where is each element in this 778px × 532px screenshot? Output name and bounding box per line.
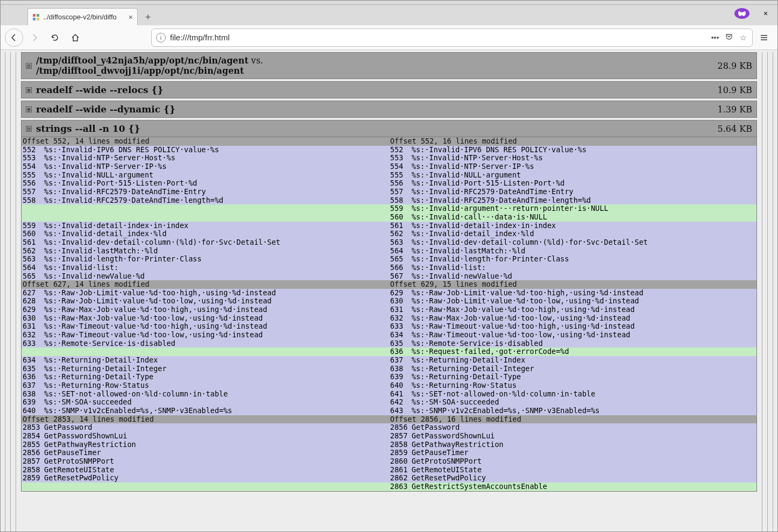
diff-file-size: 28.9 KB <box>718 61 752 71</box>
nav-forward-button[interactable] <box>25 29 44 47</box>
collapse-icon[interactable]: ⊟ <box>26 126 32 132</box>
diff-line-left: 639%s:·SM·SOA·succeeded <box>22 398 389 407</box>
new-tab-button[interactable]: + <box>140 9 156 25</box>
hamburger-menu-button[interactable] <box>755 33 773 42</box>
diff-line-right: 559%s:·Invalid·argument·-·return·pointer… <box>389 204 756 213</box>
diff-line-right: 629%s:·Raw·Job·Limit·value·%d·too·high,·… <box>389 289 756 297</box>
svg-rect-1 <box>37 14 39 17</box>
pocket-icon[interactable] <box>724 33 734 42</box>
svg-rect-3 <box>37 18 39 20</box>
diff-line-right: 630%s:·Raw·Job·Limit·value·%d·too·low,·u… <box>389 297 756 306</box>
collapse-icon[interactable]: ⊟ <box>26 63 32 69</box>
diff-line-left: 558%s:·Invalid·RFC2579·DateAndTime·lengt… <box>22 196 389 205</box>
diff-line-left: 2858GetRemoteUIState <box>22 466 389 474</box>
diff-section-title: readelf --wide --dynamic {} <box>36 104 713 115</box>
diff-line-right: 566%s:·Invalid·list: <box>389 264 756 272</box>
diff-line-left: 638%s:·SET·not·allowed·on·%ld·column·in·… <box>22 390 389 399</box>
hunk-header-left: Offset 627, 14 lines modified <box>22 280 389 289</box>
diff-line-left: 627%s:·Raw·Job·Limit·value·%d·too·high,·… <box>22 289 389 297</box>
page-actions-icon[interactable]: ••• <box>710 33 720 42</box>
private-browsing-icon <box>734 8 749 19</box>
home-button[interactable] <box>66 29 84 47</box>
window-close-icon[interactable]: × <box>758 9 773 18</box>
diff-line-right: 553%s:·Invalid·NTP·Server·Host·%s <box>389 154 756 162</box>
svg-rect-0 <box>33 14 36 17</box>
diff-line-left <box>22 213 389 222</box>
diff-line-right: 552%s:·Invalid·IPV6_DNS_RES_POLICY·value… <box>389 146 756 154</box>
diff-line-left: 554%s:·Invalid·NTP·Server·IP·%s <box>22 162 389 171</box>
diff-line-right: 632%s:·Raw·Max·Job·value·%d·too·low,·usi… <box>389 314 756 323</box>
diff-line-left: 552%s:·Invalid·IPV6_DNS_RES_POLICY·value… <box>22 146 389 154</box>
diff-line-right: 2861GetRemoteUIState <box>389 466 756 474</box>
hunk-header-right: Offset 552, 16 lines modified <box>389 137 756 146</box>
diff-line-left: 2859GetResetPwdPolicy <box>22 474 389 483</box>
hunk-header-left: Offset 552, 14 lines modified <box>22 137 389 146</box>
browser-toolbar: i file:///tmp/frr.html ••• ☆ <box>1 25 777 50</box>
diff-line-left: 637%s:·Returning·Row·Status <box>22 381 389 390</box>
url-bar[interactable]: i file:///tmp/frr.html ••• ☆ <box>151 29 753 47</box>
diff-line-right: 560%s:·Invalid·call·-·data·is·NULL <box>389 213 756 222</box>
diff-section-size: 5.64 KB <box>718 124 752 134</box>
browser-tab[interactable]: ../diffoscope-v2/bin/diffo × <box>27 8 138 25</box>
diff-line-left: 564%s:·Invalid·list: <box>22 264 389 272</box>
window-controls: × <box>734 8 773 19</box>
diff-line-right: 641%s:·SET·not·allowed·on·%ld·column·in·… <box>389 390 756 399</box>
diff-line-left: 2853GetPassword <box>22 423 389 432</box>
bookmark-star-icon[interactable]: ☆ <box>738 33 748 42</box>
diff-line-right: 634%s:·Raw·Timeout·value·%d·too·low,·usi… <box>389 331 756 339</box>
tab-close-icon[interactable]: × <box>129 13 133 22</box>
diff-section-title: readelf --wide --relocs {} <box>36 84 713 95</box>
diff-line-right: 631%s:·Raw·Max·Job·value·%d·too·high,·us… <box>389 306 756 314</box>
diff-line-left: 636%s:·Returning·Detail·Type <box>22 373 389 381</box>
diff-line-right: 2856GetPassword <box>389 423 756 432</box>
diff-line-right: 561%s:·Invalid·detail·index·in·index <box>389 222 756 230</box>
hunk-header-right: Offset 629, 15 lines modified <box>389 280 756 289</box>
diff-line-right: 2862GetResetPwdPolicy <box>389 474 756 483</box>
expand-icon[interactable]: ⊞ <box>26 107 32 112</box>
diff-line-left: 565%s:·Invalid·newValue·%d <box>22 272 389 281</box>
diff-line-left: 2854GetPasswordShownLui <box>22 432 389 441</box>
diff-line-right: 633%s:·Raw·Timeout·value·%d·too·high,·us… <box>389 322 756 331</box>
diff-section-header[interactable]: ⊞readelf --wide --dynamic {}1.39 KB <box>21 101 757 118</box>
diff-line-left: 632%s:·Raw·Timeout·value·%d·too·low,·usi… <box>22 331 389 339</box>
diff-line-left <box>22 204 389 213</box>
diff-line-right: 2863GetRestrictSystemAccountsEnable <box>389 483 756 491</box>
diff-line-right: 2858GetPathwayRestriction <box>389 441 756 449</box>
diff-section-header[interactable]: ⊟strings --all -n 10 {}5.64 KB <box>21 120 757 137</box>
diff-line-left: 2856GetPauseTimer <box>22 449 389 457</box>
diff-line-right: 639%s:·Returning·Detail·Type <box>389 373 756 381</box>
browser-window: ../diffoscope-v2/bin/diffo × + × i file:… <box>0 0 778 532</box>
diff-sections: ⊞readelf --wide --relocs {}10.9 KB⊞reade… <box>21 81 757 492</box>
site-info-icon[interactable]: i <box>156 33 166 42</box>
diff-line-right: 554%s:·Invalid·NTP·Server·IP·%s <box>389 162 756 171</box>
diff-section-header[interactable]: ⊞readelf --wide --relocs {}10.9 KB <box>21 81 757 98</box>
nav-back-button[interactable] <box>5 29 23 47</box>
diff-line-left: 559%s:·Invalid·detail·index·in·index <box>22 222 389 230</box>
diff-line-right: 555%s:·Invalid·NULL·argument <box>389 171 756 180</box>
diff-line-right: 563%s:·Invalid·dev·detail·column·(%ld)·f… <box>389 238 756 247</box>
tab-strip: ../diffoscope-v2/bin/diffo × + <box>1 5 777 25</box>
diff-line-right: 2859GetPauseTimer <box>389 449 756 457</box>
diff-line-left: 635%s:·Returning·Detail·Integer <box>22 365 389 373</box>
diff-line-left: 634%s:·Returning·Detail·Index <box>22 356 389 365</box>
diff-line-right: 564%s:·Invalid·lastMatch:·%ld <box>389 247 756 256</box>
page-content: ⊟ /tmp/difftool_y42nja5h/app/opt/nc/bin/… <box>1 50 777 531</box>
reload-button[interactable] <box>46 29 64 47</box>
expand-icon[interactable]: ⊞ <box>26 87 32 93</box>
diff-file-title: /tmp/difftool_y42nja5h/app/opt/nc/bin/ag… <box>36 55 713 76</box>
diff-line-left: 561%s:·Invalid·dev·detail·column·(%ld)·f… <box>22 238 389 247</box>
diff-line-left: 629%s:·Raw·Max·Job·value·%d·too·high,·us… <box>22 306 389 314</box>
diff-line-left: 630%s:·Raw·Max·Job·value·%d·too·low,·usi… <box>22 314 389 323</box>
diff-line-left: 631%s:·Raw·Timeout·value·%d·too·high,·us… <box>22 322 389 331</box>
hunk-header-right: Offset 2856, 16 lines modified <box>389 415 756 424</box>
diff-line-right: 642%s:·SM·SOA·succeeded <box>389 398 756 407</box>
svg-rect-2 <box>33 18 36 20</box>
diff-line-right: 2857GetPasswordShownLui <box>389 432 756 441</box>
diff-line-left: 556%s:·Invalid·Port·515·Listen·Port·%d <box>22 179 389 188</box>
diff-line-right: 557%s:·Invalid·RFC2579·DateAndTime·Entry <box>389 188 756 196</box>
diff-file-header[interactable]: ⊟ /tmp/difftool_y42nja5h/app/opt/nc/bin/… <box>21 52 757 79</box>
diff-section-title: strings --all -n 10 {} <box>36 123 713 134</box>
diff-line-right: 565%s:·Invalid·length·for·Printer·Class <box>389 255 756 264</box>
tab-title: ../diffoscope-v2/bin/diffo <box>43 13 125 21</box>
diff-line-right: 636%s:·Request·failed,·got·errorCode=%d <box>389 347 756 356</box>
